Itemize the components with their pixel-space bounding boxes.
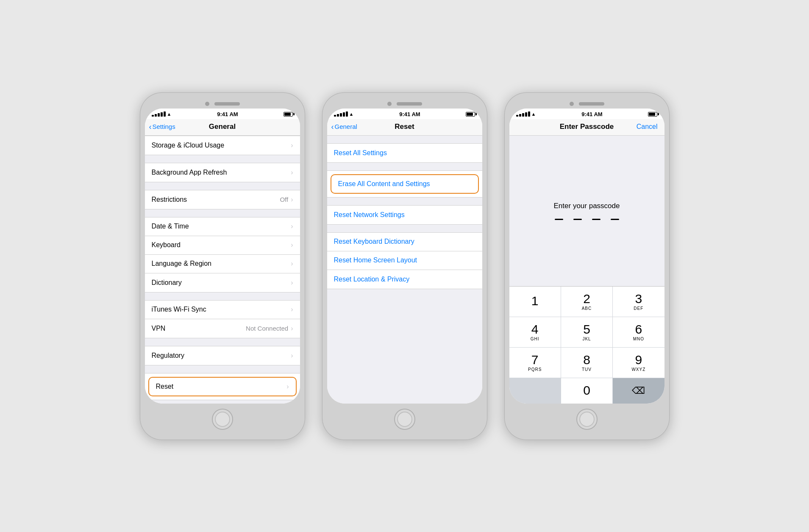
- item-value: ›: [291, 241, 293, 249]
- chevron-icon: ›: [291, 241, 293, 249]
- home-button-1[interactable]: [212, 409, 233, 430]
- item-label: Background App Refresh: [152, 169, 227, 176]
- back-button-2[interactable]: ‹ General: [331, 123, 357, 131]
- list-item[interactable]: Language & Region ›: [145, 255, 300, 273]
- reset-list-content: Reset All Settings Erase All Content and…: [327, 136, 482, 404]
- numpad-key-6[interactable]: 6 MNO: [613, 317, 664, 347]
- speaker-bar: [214, 102, 240, 106]
- signal-bar-5: [164, 111, 166, 117]
- status-bar-1: ▲ 9:41 AM: [145, 109, 300, 119]
- signal-bar: [522, 113, 524, 117]
- list-item[interactable]: Keyboard ›: [145, 236, 300, 255]
- signal-icon-2: [334, 111, 348, 117]
- numpad-key-7[interactable]: 7 PQRS: [509, 348, 561, 378]
- list-item[interactable]: VPN Not Connected ›: [145, 319, 300, 338]
- reset-keyboard-item[interactable]: Reset Keyboard Dictionary: [327, 233, 482, 251]
- status-time-2: 9:41 AM: [399, 111, 420, 117]
- passcode-dot-3: [592, 219, 600, 220]
- reset-all-settings-label: Reset All Settings: [334, 149, 387, 157]
- home-button-inner-2: [397, 412, 412, 427]
- group-7: Reset ›: [145, 373, 300, 400]
- reset-highlighted-item[interactable]: Reset ›: [148, 377, 297, 396]
- numpad-key-8[interactable]: 8 TUV: [561, 348, 612, 378]
- home-button-2[interactable]: [394, 409, 415, 430]
- group-3: Restrictions Off ›: [145, 190, 300, 209]
- item-value: ›: [291, 142, 293, 149]
- phone-2-screen: ▲ 9:41 AM ‹ General Reset: [327, 109, 482, 404]
- numpad-key-3[interactable]: 3 DEF: [613, 287, 664, 317]
- list-item[interactable]: Restrictions Off ›: [145, 190, 300, 209]
- numpad-num-1: 1: [531, 295, 539, 307]
- signal-bar-1: [152, 115, 154, 117]
- chevron-icon: ›: [291, 260, 293, 267]
- status-bar-3: ▲ 9:41 AM: [509, 109, 664, 119]
- list-content-1: Storage & iCloud Usage › Background App …: [145, 136, 300, 404]
- section-gap: [145, 338, 300, 346]
- passcode-screen: Enter your passcode 1 2: [509, 136, 664, 404]
- phone-2: ▲ 9:41 AM ‹ General Reset: [322, 92, 487, 440]
- reset-network-item[interactable]: Reset Network Settings: [327, 206, 482, 224]
- phone-2-bottom: [327, 404, 482, 435]
- nav-bar-2: ‹ General Reset: [327, 119, 482, 136]
- numpad-key-1[interactable]: 1: [509, 287, 561, 317]
- item-label: Storage & iCloud Usage: [152, 142, 225, 149]
- numpad-key-2[interactable]: 2 ABC: [561, 287, 612, 317]
- numpad-num-5: 5: [583, 323, 590, 336]
- reset-group-1: Reset All Settings: [327, 143, 482, 163]
- cancel-button[interactable]: Cancel: [637, 123, 658, 131]
- item-label: Date & Time: [152, 223, 189, 230]
- item-label: Regulatory: [152, 352, 184, 359]
- chevron-icon: ›: [291, 279, 293, 287]
- list-item[interactable]: Date & Time ›: [145, 217, 300, 236]
- numpad-key-5[interactable]: 5 JKL: [561, 317, 612, 347]
- numpad-num-4: 4: [531, 323, 539, 336]
- back-label-2[interactable]: General: [335, 123, 357, 130]
- phone-2-top: [327, 97, 482, 109]
- numpad-letters-4: GHI: [531, 337, 539, 341]
- list-item[interactable]: Dictionary ›: [145, 273, 300, 292]
- list-item[interactable]: iTunes Wi-Fi Sync ›: [145, 301, 300, 319]
- numpad-key-9[interactable]: 9 WXYZ: [613, 348, 664, 378]
- nav-bar-1: ‹ Settings General: [145, 119, 300, 136]
- numpad-key-4[interactable]: 4 GHI: [509, 317, 561, 347]
- signal-bar-3: [158, 113, 160, 117]
- phone-1-screen: ▲ 9:41 AM ‹ Settings General: [145, 109, 300, 404]
- status-left-1: ▲: [152, 111, 172, 117]
- speaker-bar-2: [397, 102, 422, 106]
- reset-homescreen-item[interactable]: Reset Home Screen Layout: [327, 251, 482, 270]
- numpad-key-0[interactable]: 0: [561, 378, 612, 404]
- reset-location-item[interactable]: Reset Location & Privacy: [327, 270, 482, 289]
- signal-icon: [152, 111, 166, 117]
- item-value: ›: [291, 223, 293, 230]
- section-gap: [145, 400, 300, 404]
- status-left-2: ▲: [334, 111, 354, 117]
- item-label: Dictionary: [152, 279, 182, 287]
- back-label-1[interactable]: Settings: [153, 123, 175, 130]
- section-gap: [327, 225, 482, 232]
- reset-keyboard-label: Reset Keyboard Dictionary: [334, 238, 414, 245]
- camera-dot: [205, 102, 209, 106]
- reset-homescreen-label: Reset Home Screen Layout: [334, 256, 417, 264]
- chevron-icon: ›: [291, 169, 293, 176]
- erase-highlighted-item[interactable]: Erase All Content and Settings: [331, 174, 479, 194]
- back-button-1[interactable]: ‹ Settings: [149, 123, 175, 131]
- status-time-1: 9:41 AM: [217, 111, 238, 117]
- chevron-icon: ›: [291, 306, 293, 313]
- reset-all-settings-item[interactable]: Reset All Settings: [327, 144, 482, 162]
- list-item[interactable]: Background App Refresh ›: [145, 163, 300, 182]
- camera-dot-3: [570, 102, 574, 106]
- wifi-icon-2: ▲: [349, 111, 354, 117]
- numpad: 1 2 ABC 3 DEF 4 GHI: [509, 286, 664, 404]
- battery-fill: [284, 113, 290, 116]
- passcode-dot-4: [611, 219, 619, 220]
- numpad-key-delete[interactable]: ⌫: [613, 378, 664, 404]
- signal-icon-3: [516, 111, 530, 117]
- list-item[interactable]: Storage & iCloud Usage ›: [145, 136, 300, 155]
- phone-3-bottom: [509, 404, 664, 435]
- phone-3-screen: ▲ 9:41 AM Enter Passcode Cancel Enter yo…: [509, 109, 664, 404]
- nav-title-3: Enter Passcode: [560, 123, 614, 131]
- list-item[interactable]: Regulatory ›: [145, 346, 300, 365]
- item-value: ›: [291, 169, 293, 176]
- item-label: Restrictions: [152, 196, 187, 203]
- home-button-3[interactable]: [576, 409, 598, 430]
